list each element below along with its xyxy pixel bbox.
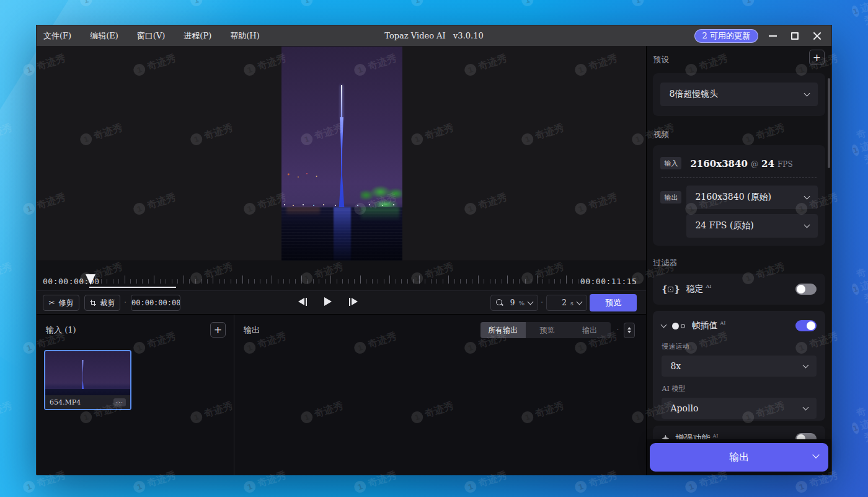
sort-up-icon xyxy=(627,327,631,329)
crop-label: 裁剪 xyxy=(100,298,115,308)
video-trees xyxy=(360,178,402,209)
chevron-down-icon xyxy=(803,362,809,368)
toolbar: ✂ 修剪 裁剪 · xyxy=(37,290,646,314)
sidebar-scrollbar[interactable] xyxy=(828,78,830,168)
transport-controls xyxy=(297,296,359,307)
interpolation-label: 帧插值AI xyxy=(691,320,725,331)
add-preset-button[interactable]: + xyxy=(809,50,825,65)
output-tab-group: 所有输出 预览 输出 xyxy=(480,322,611,338)
export-button[interactable]: 输出 xyxy=(650,443,828,472)
trim-label: 修剪 xyxy=(59,298,74,308)
video-preview[interactable] xyxy=(281,47,402,261)
slow-motion-label: 慢速运动 xyxy=(662,342,817,351)
crop-icon xyxy=(90,300,97,307)
close-icon xyxy=(813,32,822,40)
dashed-divider xyxy=(662,177,817,178)
chevron-down-icon xyxy=(812,451,819,458)
stabilize-icon-brace: } xyxy=(674,284,680,294)
interpolation-icon xyxy=(672,323,679,329)
updates-available-button[interactable]: 2 可用的更新 xyxy=(694,29,758,43)
playhead[interactable] xyxy=(86,274,95,285)
stabilize-toggle[interactable] xyxy=(795,284,817,295)
play-button[interactable] xyxy=(323,296,333,307)
sort-button[interactable] xyxy=(624,323,635,338)
video-city-lights xyxy=(283,168,331,182)
output-resolution-dropdown[interactable]: 2160x3840 (原始) xyxy=(686,186,818,209)
interval-value: 2 xyxy=(562,298,567,307)
chevron-down-icon xyxy=(804,222,810,228)
presets-label: 预设 xyxy=(653,54,669,65)
input-clip-thumbnail[interactable]: 654.MP4 ··· xyxy=(44,350,131,410)
export-label: 输出 xyxy=(729,451,749,463)
title-bar: 文件(F) 编辑(E) 窗口(V) 进程(P) 帮助(H) Topaz Vide… xyxy=(37,25,831,46)
video-tower-reflection xyxy=(334,207,351,261)
desktop: 文件(F) 编辑(E) 窗口(V) 进程(P) 帮助(H) Topaz Vide… xyxy=(0,0,868,497)
clip-more-button[interactable]: ··· xyxy=(113,398,126,406)
output-fps-dropdown[interactable]: 24 FPS (原始) xyxy=(686,214,818,238)
toggle-knob xyxy=(807,321,815,330)
at-sign: @ xyxy=(751,160,758,169)
stabilize-card: {} 稳定AI xyxy=(653,274,825,305)
sort-down-icon xyxy=(627,331,631,333)
maximize-icon xyxy=(791,32,799,40)
tab-all-outputs[interactable]: 所有输出 xyxy=(480,322,526,338)
ai-model-label: AI 模型 xyxy=(662,384,817,393)
preview-button[interactable]: 预览 xyxy=(590,294,637,311)
video-shore-lights xyxy=(284,204,285,205)
interpolation-toggle[interactable] xyxy=(795,320,817,331)
ai-badge: AI xyxy=(720,320,725,326)
tab-outputs[interactable]: 输出 xyxy=(569,322,611,338)
magnifier-icon xyxy=(496,299,503,307)
close-button[interactable] xyxy=(809,29,825,43)
input-fps-unit: FPS xyxy=(777,160,793,169)
minimize-icon xyxy=(769,35,777,37)
video-card: 输入 2160x3840 @ 24 FPS 输出 2160x3840 (原始) xyxy=(653,145,825,246)
video-orange-reflection xyxy=(286,207,320,216)
current-time-field[interactable] xyxy=(131,295,180,311)
minimize-button[interactable] xyxy=(764,29,781,43)
menu-process[interactable]: 进程(P) xyxy=(184,30,211,42)
stabilize-label: 稳定AI xyxy=(686,284,711,295)
chevron-down-icon xyxy=(803,404,809,410)
interval-unit: s xyxy=(570,300,574,307)
video-tower-antenna xyxy=(341,85,342,120)
menu-edit[interactable]: 编辑(E) xyxy=(90,30,118,42)
slow-motion-dropdown[interactable]: 8x xyxy=(662,356,817,377)
slow-motion-value: 8x xyxy=(670,361,681,371)
ai-model-dropdown[interactable]: Apollo xyxy=(662,398,817,419)
chevron-down-icon xyxy=(804,193,810,199)
timeline[interactable]: 00:00:00:00 00:00:11:15 xyxy=(37,261,646,290)
stabilize-icon: { xyxy=(662,284,667,294)
trim-button[interactable]: ✂ 修剪 xyxy=(43,295,79,311)
toggle-knob xyxy=(797,285,805,293)
zoom-unit: % xyxy=(518,300,525,307)
input-resolution: 2160x3840 xyxy=(690,158,747,169)
preset-dropdown[interactable]: 8倍超慢镜头 xyxy=(660,83,818,106)
menu-help[interactable]: 帮助(H) xyxy=(230,30,259,42)
menu-window[interactable]: 窗口(V) xyxy=(137,30,166,42)
output-badge: 输出 xyxy=(660,191,681,204)
step-forward-button[interactable] xyxy=(348,297,359,307)
chevron-down-icon xyxy=(528,298,534,305)
add-input-button[interactable]: + xyxy=(210,322,226,338)
video-section-label: 视频 xyxy=(653,129,825,140)
preview-length-select[interactable]: 2 s xyxy=(546,295,587,311)
interpolation-icon-small xyxy=(681,324,685,328)
play-icon xyxy=(324,297,332,306)
preset-card: 8倍超慢镜头 xyxy=(653,73,825,116)
video-preview-area xyxy=(37,46,646,261)
zoom-select[interactable]: 9 % xyxy=(490,295,538,311)
step-back-button[interactable] xyxy=(297,297,308,307)
output-fps-value: 24 FPS (原始) xyxy=(695,220,753,231)
input-fps: 24 xyxy=(761,158,774,169)
timeline-ruler[interactable] xyxy=(95,272,591,285)
clip-filename: 654.MP4 xyxy=(50,398,81,406)
maximize-button[interactable] xyxy=(787,29,803,43)
tab-previews[interactable]: 预览 xyxy=(526,322,569,338)
collapse-chevron-icon[interactable] xyxy=(661,321,667,328)
menu-file[interactable]: 文件(F) xyxy=(43,30,71,42)
crop-button[interactable]: 裁剪 xyxy=(84,295,120,311)
preset-value: 8倍超慢镜头 xyxy=(669,89,718,100)
frame-interpolation-card: 帧插值AI 慢速运动 8x AI 模型 Apollo xyxy=(653,311,825,421)
ai-badge: AI xyxy=(706,284,711,289)
